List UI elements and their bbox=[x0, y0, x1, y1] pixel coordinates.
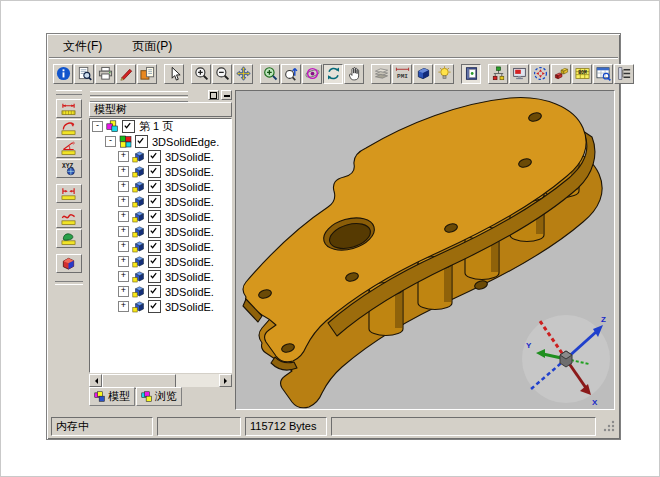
measure-volume-button[interactable] bbox=[56, 254, 82, 273]
tree-row-child-7[interactable]: +3DSolidE. bbox=[90, 254, 231, 269]
expand-icon[interactable]: + bbox=[118, 181, 129, 192]
page-cubes-icon bbox=[106, 120, 119, 133]
expand-icon[interactable]: + bbox=[118, 301, 129, 312]
rotate-view-button[interactable] bbox=[302, 64, 322, 84]
print-button[interactable] bbox=[95, 64, 115, 84]
bom-button[interactable]: BOM bbox=[572, 64, 592, 84]
visibility-checkbox[interactable] bbox=[148, 225, 161, 238]
zoom-in-button[interactable] bbox=[191, 64, 211, 84]
visibility-checkbox[interactable] bbox=[148, 255, 161, 268]
visibility-checkbox[interactable] bbox=[148, 210, 161, 223]
measure-radius-button[interactable] bbox=[56, 119, 82, 138]
visibility-checkbox[interactable] bbox=[135, 135, 148, 148]
collapse-icon[interactable]: - bbox=[105, 136, 116, 147]
tree-row-child-4[interactable]: +3DSolidE. bbox=[90, 209, 231, 224]
tree-item-label: 3DSolidE. bbox=[164, 301, 214, 313]
tree-item-label: 3DSolidE. bbox=[164, 271, 214, 283]
svg-text:PMI: PMI bbox=[397, 73, 408, 80]
explode-button[interactable] bbox=[551, 64, 571, 84]
visibility-checkbox[interactable] bbox=[148, 270, 161, 283]
tree-row-page[interactable]: -第 1 页 bbox=[90, 119, 231, 134]
visibility-checkbox[interactable] bbox=[148, 180, 161, 193]
tree-horizontal-scrollbar[interactable] bbox=[89, 374, 232, 387]
tree-row-group[interactable]: -3DSolidEdge. bbox=[90, 134, 231, 149]
lighting-button[interactable] bbox=[434, 64, 454, 84]
visibility-checkbox[interactable] bbox=[148, 165, 161, 178]
expand-icon[interactable]: + bbox=[118, 151, 129, 162]
visibility-checkbox[interactable] bbox=[122, 120, 135, 133]
visibility-checkbox[interactable] bbox=[148, 195, 161, 208]
tree-row-child-2[interactable]: +3DSolidE. bbox=[90, 179, 231, 194]
panel-maximize-button[interactable] bbox=[208, 90, 219, 100]
tree-row-child-9[interactable]: +3DSolidE. bbox=[90, 284, 231, 299]
markup-pen-button[interactable] bbox=[116, 64, 136, 84]
tree-row-child-0[interactable]: +3DSolidE. bbox=[90, 149, 231, 164]
viewport-3d[interactable]: Z X Y bbox=[235, 90, 615, 410]
structure-list-button[interactable] bbox=[614, 64, 634, 84]
measure-linear-button[interactable] bbox=[56, 99, 82, 118]
tree-row-child-10[interactable]: +3DSolidE. bbox=[90, 299, 231, 314]
measure-curve-length-button[interactable] bbox=[56, 209, 82, 228]
about-button[interactable] bbox=[53, 64, 73, 84]
zoom-dynamic-button[interactable] bbox=[281, 64, 301, 84]
pmi-display-button[interactable]: PMI bbox=[392, 64, 412, 84]
tree-row-child-1[interactable]: +3DSolidE. bbox=[90, 164, 231, 179]
menu-item-0[interactable]: 文件(F) bbox=[61, 37, 104, 56]
part-cube-icon bbox=[132, 180, 145, 193]
expand-icon[interactable]: + bbox=[118, 196, 129, 207]
expand-icon[interactable]: + bbox=[118, 256, 129, 267]
expand-icon[interactable]: + bbox=[118, 241, 129, 252]
tree-row-child-3[interactable]: +3DSolidE. bbox=[90, 194, 231, 209]
snapshot-button[interactable] bbox=[509, 64, 529, 84]
print-preview-button[interactable] bbox=[74, 64, 94, 84]
dim-angle-icon bbox=[61, 141, 76, 156]
tree-item-label: 3DSolidE. bbox=[164, 286, 214, 298]
pan-move-button[interactable] bbox=[233, 64, 253, 84]
measure-angle-button[interactable] bbox=[56, 139, 82, 158]
3d-model-canvas[interactable]: Z X Y bbox=[236, 91, 614, 409]
expand-icon[interactable]: + bbox=[118, 286, 129, 297]
expand-icon[interactable]: + bbox=[118, 271, 129, 282]
resize-grip[interactable] bbox=[602, 419, 616, 433]
notebook-button[interactable] bbox=[461, 64, 481, 84]
visibility-checkbox[interactable] bbox=[148, 285, 161, 298]
visibility-checkbox[interactable] bbox=[148, 300, 161, 313]
tab-browse[interactable]: 浏览 bbox=[136, 387, 182, 406]
layer-display-button[interactable] bbox=[371, 64, 391, 84]
scroll-left-button[interactable] bbox=[89, 374, 102, 387]
collapse-icon[interactable]: - bbox=[92, 121, 103, 132]
cube-icon bbox=[416, 66, 431, 81]
measure-coordinate-button[interactable]: XYZ bbox=[56, 159, 82, 178]
measure-area-button[interactable] bbox=[56, 229, 82, 248]
spin-parts-icon bbox=[533, 66, 548, 81]
panel-minimize-button[interactable] bbox=[221, 90, 232, 100]
scroll-track[interactable] bbox=[176, 374, 219, 387]
assembly-tree-button[interactable] bbox=[488, 64, 508, 84]
tree-row-child-8[interactable]: +3DSolidE. bbox=[90, 269, 231, 284]
print-icon bbox=[98, 66, 113, 81]
zoom-window-button[interactable] bbox=[260, 64, 280, 84]
select-cursor-button[interactable] bbox=[164, 64, 184, 84]
expand-icon[interactable]: + bbox=[118, 166, 129, 177]
orientation-gizmo[interactable]: Z X Y bbox=[522, 315, 610, 407]
view-cube-button[interactable] bbox=[413, 64, 433, 84]
panel-gripper[interactable] bbox=[90, 90, 188, 100]
visibility-checkbox[interactable] bbox=[148, 240, 161, 253]
visibility-checkbox[interactable] bbox=[148, 150, 161, 163]
spin-view-button[interactable] bbox=[323, 64, 343, 84]
toolbar-gripper[interactable] bbox=[56, 90, 82, 95]
scroll-right-button[interactable] bbox=[219, 374, 232, 387]
bom-table-button[interactable] bbox=[593, 64, 613, 84]
menu-item-1[interactable]: 页面(P) bbox=[130, 37, 174, 56]
export-page-button[interactable] bbox=[137, 64, 157, 84]
pan-hand-button[interactable] bbox=[344, 64, 364, 84]
expand-icon[interactable]: + bbox=[118, 211, 129, 222]
tab-model[interactable]: 模型 bbox=[89, 387, 135, 406]
axis-y-label: Y bbox=[526, 341, 532, 350]
expand-icon[interactable]: + bbox=[118, 226, 129, 237]
measure-distance-button[interactable] bbox=[56, 184, 82, 203]
tree-row-child-5[interactable]: +3DSolidE. bbox=[90, 224, 231, 239]
explode-rotate-button[interactable] bbox=[530, 64, 550, 84]
zoom-out-button[interactable] bbox=[212, 64, 232, 84]
tree-row-child-6[interactable]: +3DSolidE. bbox=[90, 239, 231, 254]
